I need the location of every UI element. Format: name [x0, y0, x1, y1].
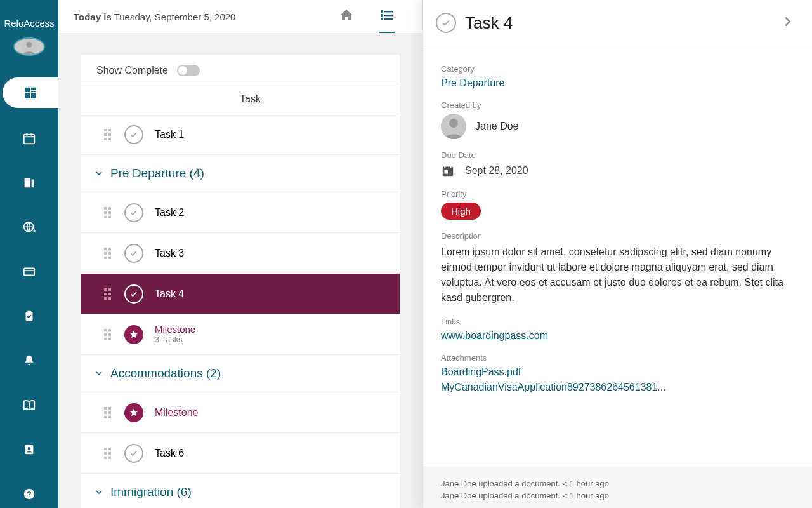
svg-rect-25	[445, 165, 446, 168]
chevron-down-icon	[94, 368, 104, 378]
field-description: Description Lorem ipsum dolor sit amet, …	[441, 231, 794, 305]
nav-contact[interactable]	[15, 436, 43, 464]
attachment-item[interactable]: BoardingPass.pdf	[441, 366, 794, 378]
svg-rect-17	[384, 11, 393, 12]
help-icon: ?	[22, 487, 36, 501]
activity-entry: Jane Doe uploaded a document. < 1 hour a…	[441, 491, 794, 500]
task-row[interactable]: Task 3	[81, 233, 400, 274]
nav-help[interactable]: ?	[15, 480, 43, 508]
show-complete-row: Show Complete	[81, 55, 400, 84]
complete-toggle[interactable]	[124, 125, 143, 144]
creator-name: Jane Doe	[475, 121, 519, 132]
task-row[interactable]: Task 2	[81, 192, 400, 233]
milestone-row[interactable]: Milestone 3 Tasks	[81, 314, 400, 355]
section-header-immigration[interactable]: Immigration (6)	[81, 474, 400, 508]
svg-point-1	[27, 42, 32, 48]
svg-rect-4	[31, 91, 36, 92]
id-card-icon	[22, 443, 36, 457]
content: Show Complete Task Task 1 Pre Departure …	[58, 33, 422, 508]
svg-rect-19	[384, 15, 393, 16]
field-links: Links www.boardingpass.com	[441, 317, 794, 342]
activity-log: Jane Doe uploaded a document. < 1 hour a…	[423, 467, 812, 508]
task-row-selected[interactable]: Task 4	[81, 274, 400, 314]
task-row[interactable]: Task 6	[81, 433, 400, 474]
milestone-label: Milestone	[155, 407, 198, 418]
activity-entry: Jane Doe uploaded a document. < 1 hour a…	[441, 479, 794, 488]
drag-handle-icon[interactable]	[104, 407, 113, 418]
drag-handle-icon[interactable]	[104, 288, 113, 300]
view-list-icon[interactable]	[379, 8, 395, 34]
section-header-accommodations[interactable]: Accommodations (2)	[81, 355, 400, 392]
nav-dashboard[interactable]	[3, 77, 58, 108]
milestone-label: Milestone 3 Tasks	[155, 324, 195, 345]
avatar-icon	[441, 114, 466, 139]
task-label: Task 4	[155, 288, 184, 300]
drag-handle-icon[interactable]	[104, 129, 113, 140]
task-column-header: Task	[81, 84, 400, 114]
task-row[interactable]: Task 1	[81, 114, 400, 155]
library-icon	[22, 176, 36, 190]
complete-toggle[interactable]	[124, 244, 143, 263]
due-date-value: Sept 28, 2020	[465, 165, 528, 177]
creator-avatar[interactable]	[441, 114, 466, 139]
link-item[interactable]: www.boardingpass.com	[441, 330, 548, 341]
nav-globe[interactable]	[15, 213, 43, 241]
svg-text:?: ?	[27, 490, 31, 499]
show-complete-label: Show Complete	[96, 65, 168, 76]
svg-rect-2	[25, 88, 30, 92]
sidebar: ReloAccess ?	[0, 0, 58, 508]
task-label: Task 3	[155, 248, 184, 259]
view-home-icon[interactable]	[339, 8, 354, 25]
task-label: Task 1	[155, 129, 184, 140]
book-icon	[22, 398, 36, 412]
svg-rect-6	[31, 93, 36, 98]
svg-rect-5	[25, 93, 30, 98]
detail-header: Task 4	[423, 0, 812, 46]
complete-toggle[interactable]	[124, 203, 143, 222]
clipboard-check-icon	[22, 309, 36, 323]
nav-tasks[interactable]	[15, 302, 43, 330]
nav-notifications[interactable]	[15, 347, 43, 375]
drag-handle-icon[interactable]	[104, 248, 113, 259]
svg-point-20	[381, 18, 383, 20]
nav-book[interactable]	[15, 391, 43, 419]
nav-card[interactable]	[15, 258, 43, 286]
globe-plus-icon	[22, 220, 36, 234]
field-category: Category Pre Departure	[441, 64, 794, 89]
complete-toggle[interactable]	[124, 444, 143, 463]
chevron-down-icon	[94, 168, 104, 178]
detail-panel: Task 4 Category Pre Departure Created by…	[422, 0, 812, 508]
avatar-icon	[15, 39, 44, 55]
nav-items: ?	[0, 77, 58, 508]
nav-library[interactable]	[15, 169, 43, 197]
drag-handle-icon[interactable]	[104, 448, 113, 459]
task-label: Task 2	[155, 207, 184, 218]
chevron-right-icon	[780, 15, 794, 29]
drag-handle-icon[interactable]	[104, 329, 113, 340]
milestone-row[interactable]: Milestone	[81, 392, 400, 433]
detail-complete-toggle[interactable]	[436, 13, 456, 33]
milestone-star-icon	[124, 403, 143, 422]
dashboard-icon	[23, 86, 37, 100]
svg-rect-3	[31, 88, 36, 90]
show-complete-toggle[interactable]	[177, 65, 200, 76]
brand: ReloAccess	[4, 18, 54, 29]
nav-calendar[interactable]	[15, 124, 43, 152]
svg-point-18	[381, 14, 383, 17]
attachment-item[interactable]: MyCanadianVisaApplication892738626456138…	[441, 382, 794, 393]
section-header-pre-departure[interactable]: Pre Departure (4)	[81, 155, 400, 192]
current-user-avatar[interactable]	[13, 37, 45, 56]
field-due-date: Due Date Sept 28, 2020	[441, 150, 794, 178]
calendar-icon	[22, 131, 36, 145]
topbar: Today is Tuesday, September 5, 2020	[58, 0, 422, 33]
complete-toggle[interactable]	[124, 284, 143, 304]
bell-icon	[22, 354, 36, 368]
drag-handle-icon[interactable]	[104, 207, 113, 218]
field-created-by: Created by Jane Doe	[441, 100, 794, 139]
calendar-icon	[441, 164, 455, 178]
detail-collapse-button[interactable]	[780, 15, 794, 31]
chevron-down-icon	[94, 487, 104, 497]
milestone-star-icon	[124, 325, 143, 344]
top-view-icons	[339, 8, 407, 25]
field-priority: Priority High	[441, 189, 794, 220]
